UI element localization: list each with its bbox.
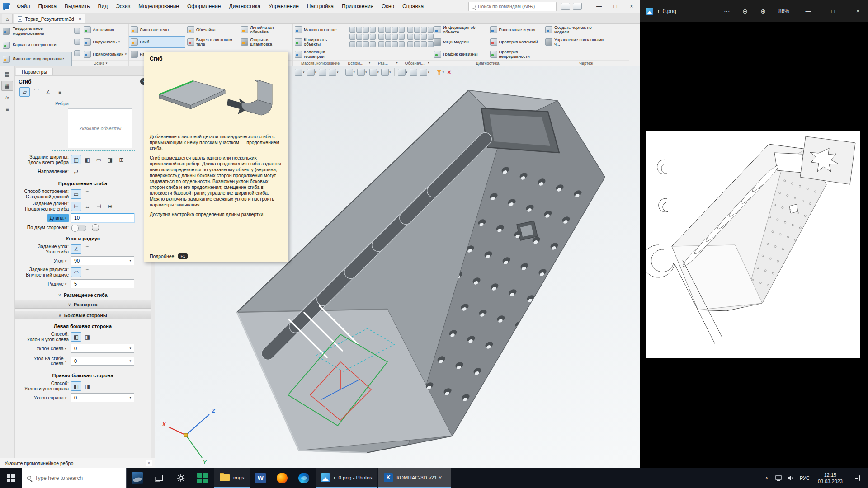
length-mode-icon[interactable]: ↔ — [82, 202, 93, 211]
document-tab[interactable]: Терка_Результат.m3d × — [14, 14, 85, 23]
right-slope-field-label[interactable]: Уклон справа▾ — [32, 394, 69, 402]
edges-label[interactable]: Ребра — [54, 101, 70, 106]
right-slope-combo[interactable]: 0 ▾ — [71, 393, 134, 402]
autoline-button[interactable]: Автолиния — [82, 24, 128, 36]
settings-button[interactable] — [170, 468, 192, 488]
sheet-cut-button[interactable]: Вырез в листовом теле — [185, 36, 240, 48]
sketch-mode-tool[interactable] — [409, 68, 418, 76]
bend-option-icon[interactable]: ∠ — [43, 87, 53, 97]
filter-tool[interactable]: ▾ — [436, 69, 445, 76]
menu-applications[interactable]: Приложения — [338, 0, 377, 13]
menu-file[interactable]: Файл — [13, 0, 34, 13]
green-app-button[interactable] — [192, 468, 213, 488]
auxiliary-group-label[interactable]: Вспом...▾ — [348, 61, 375, 66]
menu-layout[interactable]: Оформление — [183, 0, 225, 13]
angle-mode-icon[interactable]: ⌒ — [82, 244, 93, 254]
parameters-icon[interactable]: ▦ — [1, 81, 13, 91]
radius-mode-icon[interactable]: ◠ — [71, 267, 81, 277]
bend-button[interactable]: Сгиб — [129, 36, 185, 48]
dimension-group-label[interactable]: Раз...▾ — [377, 61, 404, 66]
command-search-input[interactable] — [478, 4, 546, 9]
menu-settings[interactable]: Настройка — [303, 0, 338, 13]
right-method-icon[interactable]: ◧ — [71, 381, 81, 391]
menu-view[interactable]: Вид — [94, 0, 112, 13]
zoom-tool[interactable]: ▾ — [307, 68, 317, 76]
placement-section-toggle[interactable]: ∨Размещение сгиба — [15, 292, 151, 298]
length-mode-icon[interactable]: ⊢ — [71, 202, 81, 211]
drawing-group-label[interactable]: Чертеж — [543, 60, 629, 66]
mode-solid-modeling[interactable]: Твердотельное моделирование — [0, 24, 72, 38]
tab-close-icon[interactable]: × — [79, 17, 81, 22]
photos-minimize-button[interactable]: — — [798, 0, 818, 22]
rectangle-button[interactable]: Прямоугольник ▾ — [82, 48, 128, 60]
kompas-close-button[interactable]: × — [623, 0, 640, 13]
object-info-button[interactable]: Информация об объекте — [432, 24, 488, 36]
action-center-button[interactable] — [848, 475, 865, 481]
dimension-tools[interactable] — [377, 24, 406, 60]
volume-icon[interactable] — [785, 475, 795, 481]
bend-option-icon[interactable]: ⌒ — [31, 87, 42, 97]
length-mode-icon[interactable]: ⊣ — [94, 202, 104, 211]
home-tab-button[interactable]: ⌂ — [2, 14, 13, 23]
menu-select[interactable]: Выделить — [61, 0, 94, 13]
edges-selection-field[interactable]: Ребра Укажите объекты — [52, 104, 135, 151]
distance-angle-button[interactable]: Расстояние и угол — [488, 24, 543, 36]
side-faces-section-toggle[interactable]: ∧Боковые стороны — [15, 311, 151, 319]
angle-mode-icon[interactable]: ∠ — [71, 244, 81, 254]
create-drawing-button[interactable]: Создать чертеж по модели — [543, 24, 629, 36]
continuity-check-button[interactable]: Проверка непрерывности — [488, 48, 543, 60]
panel-title-tab[interactable]: Параметры — [16, 68, 53, 75]
collision-check-button[interactable]: Проверка коллизий — [488, 36, 543, 48]
angle-field-label[interactable]: Угол▾ — [52, 257, 69, 265]
kompas-task-button[interactable]: K КОМПАС-3D v21 У... — [378, 468, 451, 488]
widget-thumbnail-button[interactable] — [127, 468, 148, 488]
taskbar-search-input[interactable] — [35, 475, 112, 481]
photos-close-button[interactable]: × — [848, 0, 868, 22]
shell-button[interactable]: Обечайка — [185, 24, 240, 36]
pan-tool[interactable] — [318, 68, 327, 76]
more-options-icon[interactable]: ⋯ — [720, 8, 734, 15]
menu-edit[interactable]: Правка — [34, 0, 61, 13]
clock[interactable]: 12:15 03.03.2023 — [814, 472, 846, 484]
length-field-label[interactable]: Длина▾ — [47, 214, 69, 222]
build-method-icon[interactable]: ⌒ — [82, 189, 93, 199]
photos-maximize-button[interactable]: □ — [823, 0, 843, 22]
kompas-minimize-button[interactable]: — — [591, 0, 607, 13]
explorer-task-button[interactable]: imgs — [214, 468, 250, 488]
width-mode-icon[interactable]: ▭ — [94, 155, 104, 164]
photo-canvas[interactable] — [640, 22, 868, 468]
panels-toggle-icon[interactable] — [573, 3, 582, 10]
width-mode-icon[interactable]: ◫ — [71, 155, 81, 164]
taskbar-search[interactable] — [22, 468, 127, 488]
start-button[interactable] — [0, 468, 22, 488]
width-mode-icon[interactable]: ◧ — [82, 155, 93, 164]
direction-toggle-icon[interactable]: ⇄ — [71, 167, 81, 176]
manage-linked-drawings-button[interactable]: Управление связанными ч... — [543, 36, 629, 48]
screen-layout-icon[interactable] — [561, 3, 570, 10]
copy-objects-button[interactable]: Копировать объекты — [293, 36, 348, 48]
bend-option-icon[interactable]: ▱ — [19, 87, 30, 97]
kompas-maximize-button[interactable]: □ — [607, 0, 623, 13]
create-sketch-icon[interactable] — [74, 28, 80, 34]
geometry-collection-button[interactable]: Коллекция геометрии — [293, 48, 348, 60]
mode-sheet-metal[interactable]: Листовое моделирование — [0, 52, 72, 66]
radius-mode-icon[interactable]: ⌒ — [82, 267, 93, 277]
snap-settings[interactable]: ▾ — [397, 68, 408, 76]
two-sides-option-icon[interactable] — [92, 224, 99, 231]
language-indicator[interactable]: РУС — [797, 475, 812, 481]
word-button[interactable]: W — [250, 468, 271, 488]
cancel-command-icon[interactable]: × — [446, 69, 452, 76]
sketch-tool-icon[interactable] — [74, 50, 80, 56]
left-slope-field-label[interactable]: Уклон слева▾ — [34, 345, 69, 352]
right-method-icon[interactable]: ◨ — [82, 381, 93, 391]
view-orientation[interactable]: ▾ — [345, 68, 356, 76]
auxiliary-tools[interactable] — [348, 24, 377, 60]
command-search[interactable] — [468, 2, 557, 11]
edge-button[interactable] — [293, 468, 315, 488]
menu-sketch[interactable]: Эскиз — [112, 0, 134, 13]
photos-task-button[interactable]: r_0.png - Photos — [316, 468, 377, 488]
panel-menu-icon[interactable]: ≡ — [1, 104, 13, 114]
render-mode[interactable]: ▾ — [369, 68, 380, 76]
menu-management[interactable]: Управление — [264, 0, 303, 13]
curvature-graph-button[interactable]: График кривизны — [432, 48, 488, 60]
